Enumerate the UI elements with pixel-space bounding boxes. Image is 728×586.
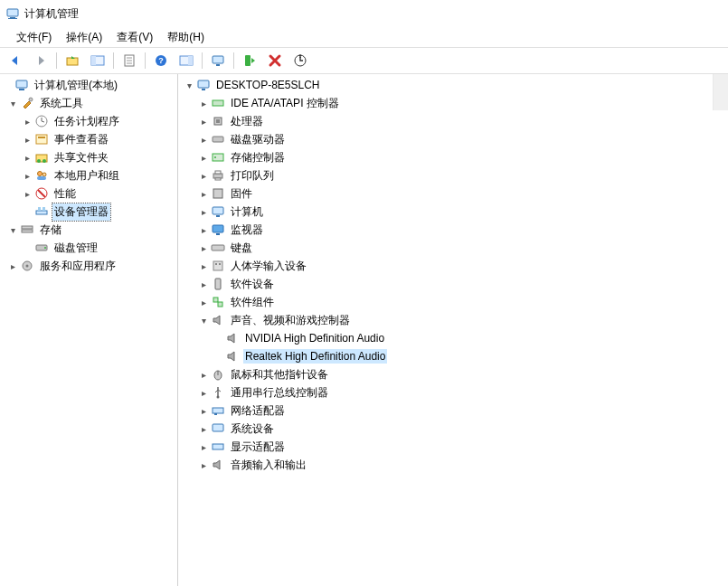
- update-driver-button[interactable]: [288, 49, 312, 72]
- console-tree[interactable]: ▶ 计算机管理(本地) ▾ 系统工具 ▸ 任务计划程序 ▸ 事件查看器 ▸: [0, 74, 178, 586]
- expand-icon[interactable]: ▸: [196, 277, 211, 291]
- tree-node-task-scheduler[interactable]: ▸ 任务计划程序: [0, 112, 177, 130]
- expand-icon[interactable]: ▸: [196, 241, 211, 255]
- tree-node-root[interactable]: ▶ 计算机管理(本地): [0, 76, 177, 94]
- expand-icon[interactable]: ▸: [196, 96, 211, 110]
- menu-help[interactable]: 帮助(H): [160, 28, 212, 47]
- device-node-mouse[interactable]: ▸ 鼠标和其他指针设备: [178, 365, 728, 383]
- menu-action[interactable]: 操作(A): [59, 28, 109, 47]
- tree-node-performance[interactable]: ▸ 性能: [0, 184, 177, 203]
- monitor-network-button[interactable]: [206, 49, 230, 72]
- tree-node-event-viewer[interactable]: ▸ 事件查看器: [0, 130, 177, 148]
- services-icon: [20, 259, 34, 273]
- device-node-audio-io[interactable]: ▸ 音频输入和输出: [178, 456, 728, 474]
- expand-icon[interactable]: ▸: [20, 168, 34, 183]
- device-node-firmware[interactable]: ▸ 固件: [178, 184, 728, 203]
- device-label: 固件: [229, 185, 254, 203]
- collapse-icon[interactable]: ▾: [5, 96, 20, 110]
- enable-device-button[interactable]: [238, 49, 261, 72]
- collapse-icon[interactable]: ▾: [196, 313, 211, 327]
- device-node-monitor[interactable]: ▸ 监视器: [178, 221, 728, 239]
- tree-node-local-users[interactable]: ▸ 本地用户和组: [0, 166, 177, 184]
- menu-view[interactable]: 查看(V): [109, 28, 160, 47]
- tree-label: 共享文件夹: [52, 149, 110, 166]
- expand-icon[interactable]: ▸: [196, 403, 211, 418]
- device-node-keyboard[interactable]: ▸ 键盘: [178, 239, 728, 257]
- tree-node-system-tools[interactable]: ▾ 系统工具: [0, 94, 177, 112]
- expand-icon[interactable]: ▸: [196, 458, 211, 472]
- device-node-sound-controllers[interactable]: ▾ 声音、视频和游戏控制器: [178, 311, 728, 329]
- device-node-display[interactable]: ▸ 显示适配器: [178, 438, 728, 456]
- scrollbar[interactable]: [713, 74, 728, 110]
- computer-management-icon: [14, 78, 29, 92]
- device-node-software-components[interactable]: ▸ 软件组件: [178, 293, 728, 311]
- device-node-computer-category[interactable]: ▸ 计算机: [178, 203, 728, 221]
- expand-icon[interactable]: ▸: [196, 132, 211, 146]
- expand-icon[interactable]: ▸: [196, 222, 211, 237]
- svg-point-26: [43, 159, 46, 163]
- expand-icon[interactable]: ▸: [196, 204, 211, 219]
- device-label: 键盘: [229, 240, 254, 257]
- back-button[interactable]: [4, 49, 27, 72]
- device-node-nvidia-audio[interactable]: NVIDIA High Definition Audio: [178, 329, 728, 347]
- expand-icon[interactable]: ▸: [20, 114, 34, 128]
- device-node-processor[interactable]: ▸ 处理器: [178, 112, 728, 130]
- computer-management-icon: [5, 6, 20, 21]
- device-node-ide[interactable]: ▸ IDE ATA/ATAPI 控制器: [178, 94, 728, 112]
- expand-icon[interactable]: ▸: [196, 114, 211, 128]
- svg-rect-55: [216, 233, 220, 235]
- menubar: 文件(F) 操作(A) 查看(V) 帮助(H): [0, 27, 728, 47]
- software-component-icon: [211, 295, 225, 309]
- expand-icon[interactable]: ▸: [196, 421, 211, 436]
- expand-icon[interactable]: ▸: [196, 367, 211, 382]
- device-node-software-devices[interactable]: ▸ 软件设备: [178, 275, 728, 293]
- device-node-computer[interactable]: ▾ DESKTOP-8E5SLCH: [178, 76, 728, 94]
- device-node-hid[interactable]: ▸ 人体学输入设备: [178, 257, 728, 275]
- device-node-disk-drive[interactable]: ▸ 磁盘驱动器: [178, 130, 728, 148]
- device-manager-tree[interactable]: ▾ DESKTOP-8E5SLCH ▸ IDE ATA/ATAPI 控制器 ▸ …: [178, 74, 728, 586]
- device-manager-icon: [34, 204, 49, 219]
- cpu-icon: [211, 114, 225, 128]
- tree-node-storage[interactable]: ▾ 存储: [0, 221, 177, 239]
- tree-node-shared-folders[interactable]: ▸ 共享文件夹: [0, 148, 177, 166]
- menu-file[interactable]: 文件(F): [9, 28, 59, 47]
- collapse-icon[interactable]: ▾: [5, 222, 20, 237]
- expand-icon[interactable]: ▸: [20, 150, 34, 165]
- device-node-system[interactable]: ▸ 系统设备: [178, 420, 728, 438]
- svg-rect-56: [212, 245, 224, 250]
- forward-button[interactable]: [29, 49, 52, 72]
- properties-button[interactable]: [118, 49, 141, 72]
- computer-icon: [211, 204, 225, 219]
- tree-node-services[interactable]: ▸ 服务和应用程序: [0, 257, 177, 275]
- svg-point-47: [214, 156, 216, 158]
- device-node-print-queue[interactable]: ▸ 打印队列: [178, 166, 728, 184]
- device-node-usb[interactable]: ▸ 通用串行总线控制器: [178, 383, 728, 402]
- device-node-realtek-audio[interactable]: Realtek High Definition Audio: [178, 347, 728, 365]
- svg-rect-23: [38, 137, 45, 138]
- tree-label: 本地用户和组: [52, 167, 121, 184]
- expand-icon[interactable]: ▸: [196, 259, 211, 273]
- device-node-storage-controller[interactable]: ▸ 存储控制器: [178, 148, 728, 166]
- expand-icon[interactable]: ▸: [196, 150, 211, 165]
- expand-icon[interactable]: ▸: [196, 295, 211, 309]
- expand-icon[interactable]: ▸: [196, 385, 211, 400]
- expand-icon[interactable]: ▸: [196, 168, 211, 183]
- expand-icon[interactable]: ▸: [196, 186, 211, 201]
- expand-icon[interactable]: ▸: [20, 186, 34, 201]
- expand-icon[interactable]: ▸: [5, 259, 20, 273]
- tree-node-disk-management[interactable]: ▸ 磁盘管理: [0, 239, 177, 257]
- show-actions-pane-button[interactable]: [175, 49, 198, 72]
- svg-rect-50: [215, 178, 221, 180]
- svg-rect-2: [8, 18, 17, 19]
- device-node-network[interactable]: ▸ 网络适配器: [178, 402, 728, 420]
- collapse-icon[interactable]: ▾: [182, 78, 196, 92]
- toolbar-separator: [202, 52, 203, 69]
- expand-icon[interactable]: ▸: [20, 132, 34, 146]
- disable-device-button[interactable]: [263, 49, 287, 72]
- expand-icon[interactable]: ▸: [196, 440, 211, 454]
- show-hide-tree-button[interactable]: [86, 49, 109, 72]
- tree-node-device-manager[interactable]: ▸ 设备管理器: [0, 203, 177, 221]
- up-button[interactable]: [61, 49, 84, 72]
- svg-rect-44: [216, 119, 220, 123]
- help-button[interactable]: ?: [149, 49, 173, 72]
